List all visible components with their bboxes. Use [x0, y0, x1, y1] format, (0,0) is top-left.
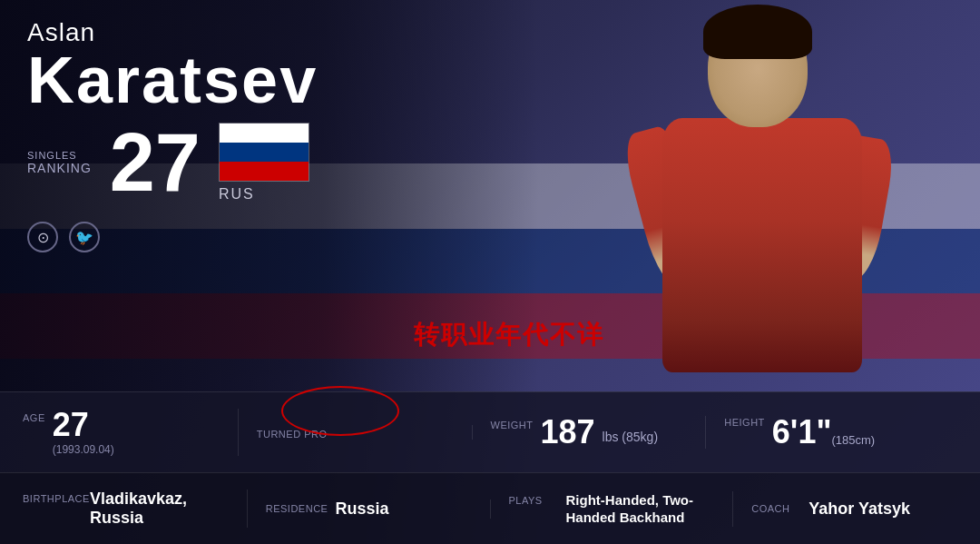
flag-red-stripe — [220, 162, 309, 181]
country-code: RUS — [219, 186, 255, 203]
player-body — [662, 118, 862, 372]
residence-value: Russia — [335, 499, 388, 519]
height-value-group: 6'1" (185cm) — [772, 413, 875, 451]
weight-value: 187 — [541, 416, 595, 449]
profile-container: Aslan Karatsev Singles Ranking 27 RUS ⊙ … — [0, 0, 980, 544]
stats-section: Age 27 (1993.09.04) Turned Pro Weight 18… — [0, 391, 980, 544]
height-label: Height — [724, 413, 765, 428]
weight-group: Weight 187 lbs (85kg) — [491, 416, 707, 449]
player-hair — [703, 5, 812, 59]
height-unit: (185cm) — [831, 433, 875, 451]
residence-group: Residence Russia — [266, 499, 491, 519]
flag-white-stripe — [220, 124, 309, 143]
ranking-label-group: Singles Ranking — [27, 150, 92, 175]
birthplace-group: Birthplace Vladikavkaz, Russia — [23, 490, 248, 528]
age-group: Age 27 (1993.09.04) — [23, 409, 239, 456]
coach-label: Coach — [751, 499, 801, 514]
social-icons: ⊙ 🐦 — [27, 222, 318, 252]
stats-row-2: Birthplace Vladikavkaz, Russia Residence… — [0, 472, 980, 544]
coach-value: Yahor Yatsyk — [808, 499, 910, 519]
weight-label: Weight — [491, 416, 534, 430]
plays-group: Plays Right-Handed, Two-Handed Backhand — [509, 491, 734, 527]
player-image-area — [544, 0, 980, 391]
singles-label: Singles — [27, 150, 92, 161]
residence-label: Residence — [266, 499, 328, 514]
twitter-icon[interactable]: 🐦 — [69, 222, 100, 252]
instagram-icon[interactable]: ⊙ — [27, 222, 58, 252]
ranking-label: Ranking — [27, 161, 92, 175]
height-value: 6'1" — [772, 413, 832, 451]
age-value: 27 — [53, 409, 114, 441]
birthplace-label: Birthplace — [23, 490, 83, 504]
top-info: Aslan Karatsev Singles Ranking 27 RUS ⊙ … — [0, 0, 345, 271]
ranking-section: Singles Ranking 27 RUS — [27, 122, 318, 203]
ranking-number: 27 — [110, 122, 201, 203]
player-last-name: Karatsev — [27, 47, 318, 113]
age-label: Age — [23, 409, 45, 423]
chinese-annotation: 转职业年代不详 — [414, 318, 604, 352]
flag-blue-stripe — [220, 143, 309, 162]
turned-pro-circle — [281, 386, 399, 436]
age-dob: (1993.09.04) — [53, 443, 114, 456]
birthplace-value: Vladikavkaz, Russia — [90, 490, 229, 528]
stats-row-1: Age 27 (1993.09.04) Turned Pro Weight 18… — [0, 391, 980, 472]
plays-value: Right-Handed, Two-Handed Backhand — [566, 491, 715, 527]
height-group: Height 6'1" (185cm) — [724, 413, 939, 451]
russia-flag — [219, 123, 309, 182]
weight-unit: lbs (85kg) — [603, 430, 658, 449]
plays-label: Plays — [509, 491, 559, 506]
coach-group: Coach Yahor Yatsyk — [751, 499, 957, 519]
flag-container: RUS — [219, 123, 309, 203]
